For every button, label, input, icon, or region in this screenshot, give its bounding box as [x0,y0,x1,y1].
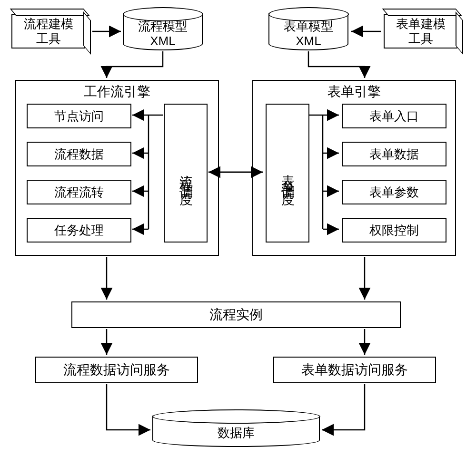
form-engine-title: 表单引擎 [253,83,455,101]
label: 表单建模工具 [396,17,446,46]
database: 数据库 [152,416,320,447]
form-item-3: 权限控制 [342,218,446,243]
form-modeling-tool: 表单建模工具 [384,14,457,49]
wf-scheduler: 流程调度 [164,104,208,243]
process-model-xml: 流程模型XML [123,13,203,50]
form-model-xml: 表单模型XML [268,13,348,50]
label: 数据库 [218,426,255,440]
wf-item-0: 节点访问 [27,104,131,128]
wf-item-3: 任务处理 [27,218,131,243]
wf-item-1: 流程数据 [27,142,131,166]
process-data-service: 流程数据访问服务 [35,357,198,383]
diagram-canvas: 流程建模工具 流程模型XML 表单模型XML 表单建模工具 工作流引擎 节点访问… [0,0,476,456]
form-data-service: 表单数据访问服务 [273,357,436,383]
label: 表单模型XML [284,19,333,49]
workflow-engine: 工作流引擎 节点访问 流程数据 流程流转 任务处理 流程调度 [15,80,219,256]
form-scheduler: 表单调度 [266,104,309,243]
process-instance: 流程实例 [71,301,401,328]
form-item-0: 表单入口 [342,104,446,128]
form-engine: 表单引擎 表单调度 表单入口 表单数据 表单参数 权限控制 [252,80,456,256]
workflow-engine-title: 工作流引擎 [16,83,218,101]
process-modeling-tool: 流程建模工具 [11,14,85,49]
wf-item-2: 流程流转 [27,180,131,204]
label: 流程模型XML [138,19,188,49]
label: 流程建模工具 [24,17,73,46]
form-item-2: 表单参数 [342,180,446,204]
form-item-1: 表单数据 [342,142,446,166]
